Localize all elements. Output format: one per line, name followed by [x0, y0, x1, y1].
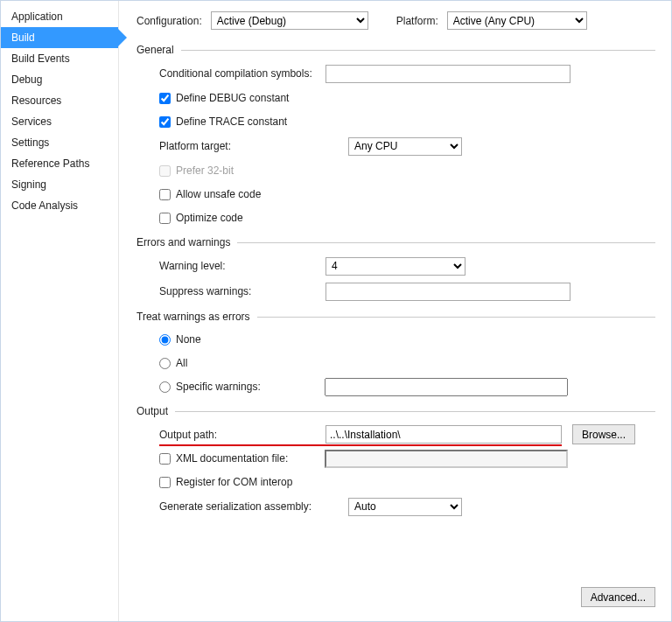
general-section: General Conditional compilation symbols:…: [136, 44, 655, 227]
warning-level-select[interactable]: 4: [326, 257, 466, 276]
warning-level-label: Warning level:: [159, 260, 326, 272]
configuration-label: Configuration:: [136, 15, 202, 27]
output-section: Output Output path: Browse... XML docume…: [136, 405, 655, 517]
general-header: General: [136, 44, 655, 56]
general-title: General: [136, 44, 174, 56]
treat-specific-radio[interactable]: [159, 381, 171, 393]
output-path-label: Output path:: [159, 429, 326, 441]
sidebar-item-code-analysis[interactable]: Code Analysis: [1, 195, 118, 216]
errors-warnings-title: Errors and warnings: [136, 236, 230, 248]
treat-warnings-title: Treat warnings as errors: [136, 311, 250, 323]
platform-target-select[interactable]: Any CPU: [348, 137, 462, 156]
xml-doc-checkbox[interactable]: [159, 453, 171, 465]
sidebar-item-debug[interactable]: Debug: [1, 69, 118, 90]
gen-serialization-label: Generate serialization assembly:: [159, 500, 326, 513]
cond-symbols-input[interactable]: [326, 65, 570, 83]
build-settings-panel: Configuration: Active (Debug) Platform: …: [119, 1, 671, 621]
divider: [175, 411, 655, 412]
output-title: Output: [136, 405, 168, 417]
divider: [181, 50, 655, 51]
com-interop-label: Register for COM interop: [176, 476, 292, 488]
divider: [237, 242, 655, 243]
define-trace-label: Define TRACE constant: [176, 115, 287, 128]
define-trace-checkbox[interactable]: [159, 116, 171, 128]
treat-specific-label: Specific warnings:: [176, 381, 325, 393]
advanced-button[interactable]: Advanced...: [581, 587, 655, 607]
platform-select[interactable]: Active (Any CPU): [447, 11, 587, 30]
project-properties-page: Application Build Build Events Debug Res…: [0, 0, 672, 622]
configuration-select[interactable]: Active (Debug): [211, 11, 368, 30]
sidebar-item-build-events[interactable]: Build Events: [1, 48, 118, 69]
config-platform-row: Configuration: Active (Debug) Platform: …: [136, 11, 655, 30]
treat-none-label: None: [176, 333, 201, 346]
sidebar-item-reference-paths[interactable]: Reference Paths: [1, 153, 118, 174]
output-path-input[interactable]: [326, 425, 562, 444]
sidebar-item-settings[interactable]: Settings: [1, 132, 118, 153]
treat-all-label: All: [176, 357, 187, 369]
sidebar-item-signing[interactable]: Signing: [1, 174, 118, 195]
com-interop-checkbox[interactable]: [159, 477, 171, 488]
treat-none-radio[interactable]: [159, 334, 171, 346]
treat-all-radio[interactable]: [159, 358, 171, 369]
divider: [257, 317, 655, 318]
sidebar-item-application[interactable]: Application: [1, 6, 118, 27]
optimize-code-label: Optimize code: [176, 212, 243, 224]
suppress-warnings-input[interactable]: [326, 283, 570, 301]
define-debug-checkbox[interactable]: [159, 93, 171, 104]
xml-doc-label: XML documentation file:: [176, 452, 325, 465]
allow-unsafe-checkbox[interactable]: [159, 189, 171, 200]
sidebar-item-services[interactable]: Services: [1, 111, 118, 132]
platform-target-label: Platform target:: [159, 140, 326, 152]
platform-label: Platform:: [396, 15, 438, 27]
sidebar: Application Build Build Events Debug Res…: [1, 1, 119, 621]
xml-doc-input: [325, 450, 568, 468]
allow-unsafe-label: Allow unsafe code: [176, 188, 261, 200]
browse-button[interactable]: Browse...: [572, 424, 635, 444]
sidebar-item-resources[interactable]: Resources: [1, 90, 118, 111]
prefer-32bit-checkbox: [159, 165, 171, 177]
cond-symbols-label: Conditional compilation symbols:: [159, 67, 326, 80]
define-debug-label: Define DEBUG constant: [176, 92, 289, 104]
suppress-warnings-label: Suppress warnings:: [159, 285, 326, 297]
gen-serialization-select[interactable]: Auto: [348, 498, 462, 516]
sidebar-item-build[interactable]: Build: [1, 27, 118, 48]
errors-warnings-section: Errors and warnings Warning level: 4 Sup…: [136, 236, 655, 302]
optimize-code-checkbox[interactable]: [159, 213, 171, 224]
treat-specific-input[interactable]: [325, 378, 568, 396]
treat-warnings-section: Treat warnings as errors None All Specif…: [136, 311, 655, 396]
prefer-32bit-label: Prefer 32-bit: [176, 164, 234, 177]
